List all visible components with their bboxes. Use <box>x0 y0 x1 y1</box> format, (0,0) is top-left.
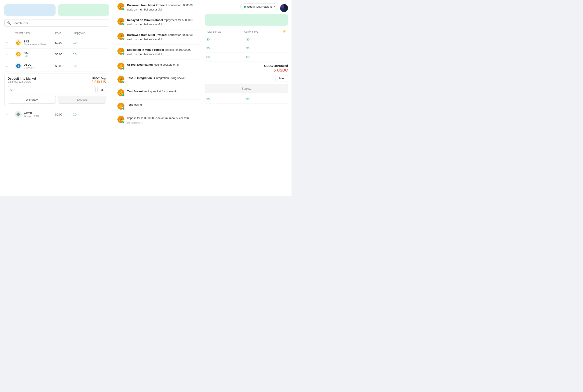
right-col-headers: Total Borrow Current TVL <box>206 30 282 33</box>
notif-desc-7: testing socket for prasenjit <box>144 90 177 93</box>
weth-symbol: WETH <box>24 112 39 115</box>
deposit-max-button[interactable]: M <box>97 87 106 93</box>
right-total-borrow-1: $0 <box>206 38 246 41</box>
notif-text-3: Borrowed from Mirai Protocol borrow for … <box>127 33 197 41</box>
right-total-borrow-4: $0 <box>206 98 246 101</box>
col-supply-apr: Supply AP <box>73 32 90 34</box>
expand-icon-dai: ∨ <box>6 53 15 56</box>
dai-price: $0.00 <box>55 53 73 56</box>
notif-title-5: UI Test Notification <box>127 63 153 66</box>
notification-panel: 💰 Borrowed from Mirai Protocol borrow fo… <box>114 0 201 196</box>
main-container: 🔍 Market Name Price Supply AP ∨ BAT Basi… <box>0 0 291 196</box>
notif-desc-6: ui integration using socket <box>153 76 185 80</box>
notif-time-9: 🕐 20/01/1970 <box>127 121 197 125</box>
search-box[interactable]: 🔍 <box>4 19 109 27</box>
notif-badge-4 <box>122 52 125 55</box>
notif-item-6[interactable]: 💰 Test UI Integration ui integration usi… <box>114 73 201 86</box>
notif-badge-5 <box>122 67 125 70</box>
notif-item-5[interactable]: 💰 UI Test Notification testing sockets o… <box>114 60 201 73</box>
chevron-down-icon: ▾ <box>274 6 275 8</box>
notif-title-8: Test <box>127 103 133 106</box>
dai-name: DAI <box>24 55 28 57</box>
col-total-borrow: Total Borrow <box>206 30 244 33</box>
market-table-header: Market Name Price Supply AP <box>4 30 109 36</box>
usdc-price: $0.00 <box>55 64 73 68</box>
usdc-token-info: USDC USD Coin <box>24 63 34 69</box>
search-icon: 🔍 <box>7 21 11 25</box>
left-panel: 🔍 Market Name Price Supply AP ∨ BAT Basi… <box>0 0 114 196</box>
col-current-tvl: Current TVL <box>244 30 282 33</box>
expand-icon-usdc: ∧ <box>6 65 15 67</box>
deposit-balance: Balance: 125 USDC <box>8 80 36 83</box>
notif-title-2: Repayed on Mirai Protocol <box>127 18 163 22</box>
dai-apr: 0.0 <box>73 53 90 56</box>
notif-icon-wrap-8: 💰 <box>117 102 124 110</box>
right-row-2: $0 $0 <box>205 44 288 53</box>
usdc-apr: 0.0 <box>73 64 90 68</box>
notif-item-9[interactable]: 💰 deposit for 20000000 usdc on mumbai su… <box>114 113 201 128</box>
notif-text-5: UI Test Notification testing sockets on … <box>127 62 197 67</box>
notif-icon-wrap-3: 💰 <box>117 33 124 40</box>
notif-badge-7 <box>122 94 125 97</box>
notif-title-7: Test Socket <box>127 90 143 93</box>
notif-item-4[interactable]: 💰 Deposited in Mirai Protocol deposit fo… <box>114 44 201 60</box>
deposit-title: Deposit into Market <box>8 77 36 80</box>
notif-item-1[interactable]: 💰 Borrowed from Mirai Protocol borrow fo… <box>114 0 201 15</box>
notif-desc-8: testing <box>133 103 142 106</box>
borrow-button[interactable]: Borrow <box>205 84 288 93</box>
market-row-bat[interactable]: ∨ BAT Basic Attention Token $0.00 0.0 <box>4 37 109 48</box>
right-row-3: $0 $0 <box>205 53 288 62</box>
top-row: Goerli Test Network ▾ <box>205 4 288 12</box>
dai-token-info: DAI DAI <box>24 52 28 57</box>
right-row-1: $0 $0 <box>205 35 288 44</box>
search-input[interactable] <box>13 22 106 25</box>
stat-card-blue <box>4 4 55 16</box>
market-row-weth[interactable]: ∨ ETH WETH Wrapped ETH $0.00 0.0 <box>4 109 109 120</box>
notif-text-1: Borrowed from Mirai Protocol borrow for … <box>127 3 197 12</box>
notif-item-3[interactable]: 💰 Borrowed from Mirai Protocol borrow fo… <box>114 30 201 44</box>
notif-badge-9 <box>122 120 125 124</box>
expand-icon-bat: ∨ <box>6 42 15 44</box>
right-tvl-3: $0 <box>246 55 286 58</box>
withdraw-button[interactable]: Withdraw <box>8 96 56 104</box>
usdc-symbol: USDC <box>24 63 34 66</box>
notif-item-8[interactable]: 💰 Test testing <box>114 100 201 113</box>
notif-item-7[interactable]: 💰 Test Socket testing socket for prasenj… <box>114 86 201 100</box>
notif-title-1: Borrowed from Mirai Protocol <box>127 4 167 7</box>
bat-info: BAT Basic Attention Token <box>15 39 55 46</box>
notif-icon-wrap-6: 💰 <box>117 76 124 83</box>
deposit-button[interactable]: Deposit <box>58 96 106 104</box>
svg-point-2 <box>18 42 19 43</box>
weth-token-info: WETH Wrapped ETH <box>24 112 39 118</box>
notif-desc-5: testing sockets on ui <box>153 63 179 66</box>
notif-badge-6 <box>122 80 125 83</box>
borrow-max-button[interactable]: Max <box>276 75 288 82</box>
bat-name: Basic Attention Token <box>24 43 46 46</box>
notif-text-2: Repayed on Mirai Protocol repayment for … <box>127 18 197 26</box>
filter-icon[interactable]: ⚡ <box>282 30 286 34</box>
notif-title-6: Test UI Integration <box>127 76 152 80</box>
notif-icon-wrap-9: 💰 <box>117 116 124 123</box>
notif-item-2[interactable]: 💰 Repayed on Mirai Protocol repayment fo… <box>114 15 201 30</box>
notif-text-6: Test UI Integration ui integration using… <box>127 76 197 80</box>
col-price: Price <box>55 32 73 34</box>
dai-info: ◎ DAI DAI <box>15 51 55 58</box>
right-tvl-4: $0 <box>246 98 286 101</box>
market-row-dai[interactable]: ∨ ◎ DAI DAI $0.00 0.0 <box>4 48 109 60</box>
right-tvl-2: $0 <box>246 46 286 50</box>
notif-icon-wrap-4: 💰 <box>117 48 124 55</box>
right-total-borrow-3: $0 <box>206 55 246 58</box>
user-avatar[interactable] <box>280 4 288 12</box>
market-row-usdc[interactable]: ∧ $ USDC USD Coin $0.00 0.0 <box>4 60 109 72</box>
weth-price: $0.00 <box>55 113 73 116</box>
weth-name: Wrapped ETH <box>24 115 39 118</box>
notif-icon-wrap-5: 💰 <box>117 62 124 70</box>
bat-token-info: BAT Basic Attention Token <box>24 40 46 46</box>
network-badge[interactable]: Goerli Test Network ▾ <box>240 4 278 10</box>
bat-icon <box>15 39 22 46</box>
svg-text:ETH: ETH <box>17 114 20 116</box>
deposit-section: Deposit into Market Balance: 125 USDC US… <box>4 74 109 107</box>
notif-text-8: Test testing <box>127 102 197 107</box>
deposit-amount-input[interactable] <box>8 86 95 94</box>
notif-icon-wrap-2: 💰 <box>117 18 124 25</box>
